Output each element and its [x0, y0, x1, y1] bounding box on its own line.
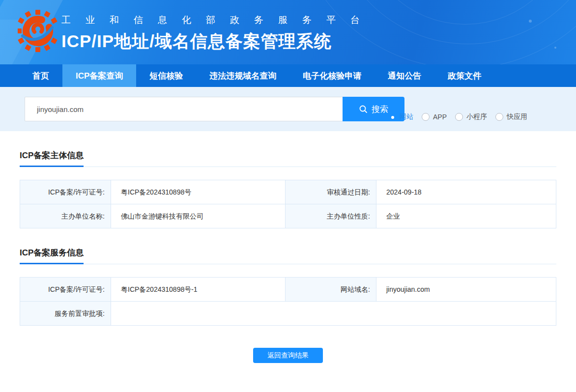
search-button-label: 搜索	[372, 104, 388, 115]
radio-icon	[388, 113, 396, 121]
nav-item-policy-docs[interactable]: 政策文件	[434, 64, 494, 87]
field-value: 粤ICP备2024310898号-1	[111, 278, 286, 302]
subject-info-table: ICP备案/许可证号: 粤ICP备2024310898号 审核通过日期: 202…	[20, 180, 556, 228]
field-label: 审核通过日期:	[286, 180, 376, 204]
field-label: 服务前置审批项:	[20, 302, 111, 326]
field-label: 主办单位名称:	[20, 204, 111, 228]
section-head-subject-info: ICP备案主体信息	[20, 150, 556, 167]
field-value	[111, 302, 556, 326]
header-decoration-dot	[529, 20, 532, 23]
field-label: ICP备案/许可证号:	[20, 180, 111, 204]
radio-label: APP	[433, 113, 447, 121]
nav-item-icp-query[interactable]: ICP备案查询	[62, 64, 136, 87]
field-value: 粤ICP备2024310898号	[111, 180, 286, 204]
field-value: 2024-09-18	[376, 180, 556, 204]
service-info-table: ICP备案/许可证号: 粤ICP备2024310898号-1 网站域名: jin…	[20, 277, 556, 326]
radio-quick-app[interactable]: 快应用	[495, 112, 527, 121]
nav-item-illegal-domain-query[interactable]: 违法违规域名查询	[196, 64, 289, 87]
radio-website[interactable]: 网站	[388, 112, 413, 121]
field-value: 企业	[376, 204, 556, 228]
radio-label: 快应用	[507, 112, 527, 121]
radio-icon	[495, 113, 503, 121]
back-to-results-button[interactable]: 返回查询结果	[253, 348, 323, 363]
nav-item-sms-verify[interactable]: 短信核验	[136, 64, 196, 87]
page-title: ICP/IP地址/域名信息备案管理系统	[61, 30, 374, 53]
field-value: jinyoujian.com	[376, 278, 556, 302]
field-label: ICP备案/许可证号:	[20, 278, 111, 302]
search-section: 搜索 网站 APP 小程序 快应用	[0, 87, 576, 131]
radio-label: 小程序	[466, 112, 487, 121]
main-nav: 首页 ICP备案查询 短信核验 违法违规域名查询 电子化核验申请 通知公告 政策…	[0, 64, 576, 87]
field-label: 主办单位性质:	[286, 204, 376, 228]
section-head-service-info: ICP备案服务信息	[20, 247, 556, 264]
header-decoration-dot	[554, 47, 556, 49]
field-value: 佛山市金游键科技有限公司	[111, 204, 286, 228]
search-type-radio-group: 网站 APP 小程序 快应用	[388, 112, 527, 121]
gear-e-logo-icon	[18, 8, 58, 56]
nav-item-notices[interactable]: 通知公告	[374, 64, 434, 87]
radio-label: 网站	[400, 112, 413, 121]
app-header: 工业和信息化部政务服务平台 ICP/IP地址/域名信息备案管理系统	[0, 0, 576, 64]
nav-item-home[interactable]: 首页	[19, 64, 62, 87]
nav-item-e-verify-apply[interactable]: 电子化核验申请	[289, 64, 374, 87]
field-label: 网站域名:	[286, 278, 376, 302]
header-subtitle: 工业和信息化部政务服务平台	[61, 14, 374, 27]
radio-mini-program[interactable]: 小程序	[455, 112, 487, 121]
search-icon	[359, 105, 368, 113]
radio-icon	[422, 113, 430, 121]
radio-app[interactable]: APP	[422, 113, 447, 121]
section-title-service-info: ICP备案服务信息	[20, 247, 84, 264]
search-input[interactable]	[25, 97, 343, 121]
section-title-subject-info: ICP备案主体信息	[20, 150, 84, 167]
main-content: ICP备案主体信息 ICP备案/许可证号: 粤ICP备2024310898号 审…	[0, 150, 576, 363]
radio-icon	[455, 113, 463, 121]
